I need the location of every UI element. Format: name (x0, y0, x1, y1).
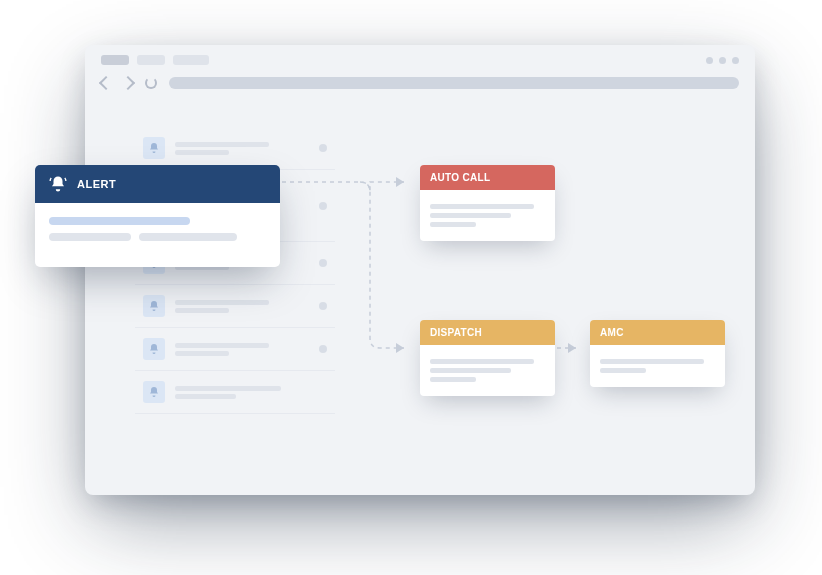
alert-preview (175, 340, 309, 359)
flow-card-amc[interactable]: AMC (590, 320, 725, 387)
browser-chrome (85, 45, 755, 107)
bell-icon (143, 295, 165, 317)
alert-popout-body (35, 203, 280, 267)
back-icon[interactable] (99, 76, 113, 90)
status-dot (319, 144, 327, 152)
bell-icon (143, 137, 165, 159)
alert-title: ALERT (77, 178, 116, 190)
status-dot (319, 302, 327, 310)
alert-popout[interactable]: ALERT (35, 165, 280, 267)
alert-item[interactable] (135, 127, 335, 170)
card-title: AMC (600, 327, 624, 338)
alert-preview (175, 383, 327, 402)
status-dot (319, 259, 327, 267)
flow-card-body (590, 345, 725, 387)
flow-card-autocall[interactable]: AUTO CALL (420, 165, 555, 241)
alert-item[interactable] (135, 328, 335, 371)
bell-icon (143, 338, 165, 360)
alert-preview (175, 297, 309, 316)
alert-preview (175, 139, 309, 158)
refresh-icon[interactable] (145, 77, 157, 89)
alert-item[interactable] (135, 371, 335, 414)
flow-card-dispatch[interactable]: DISPATCH (420, 320, 555, 396)
window-dot[interactable] (719, 57, 726, 64)
window-dot[interactable] (732, 57, 739, 64)
bell-icon (143, 381, 165, 403)
alert-popout-header: ALERT (35, 165, 280, 203)
card-title: DISPATCH (430, 327, 482, 338)
flow-card-body (420, 345, 555, 396)
status-dot (319, 345, 327, 353)
address-bar[interactable] (169, 77, 739, 89)
flow-card-header: AMC (590, 320, 725, 345)
forward-icon[interactable] (121, 76, 135, 90)
tab-stub[interactable] (101, 55, 129, 65)
flow-card-header: AUTO CALL (420, 165, 555, 190)
bell-ring-icon (49, 175, 67, 193)
tab-stub[interactable] (137, 55, 165, 65)
flow-card-header: DISPATCH (420, 320, 555, 345)
flow-card-body (420, 190, 555, 241)
tab-stub[interactable] (173, 55, 209, 65)
window-dot[interactable] (706, 57, 713, 64)
card-title: AUTO CALL (430, 172, 490, 183)
status-dot (319, 202, 327, 210)
alert-item[interactable] (135, 285, 335, 328)
browser-window (85, 45, 755, 495)
window-controls (706, 57, 739, 64)
